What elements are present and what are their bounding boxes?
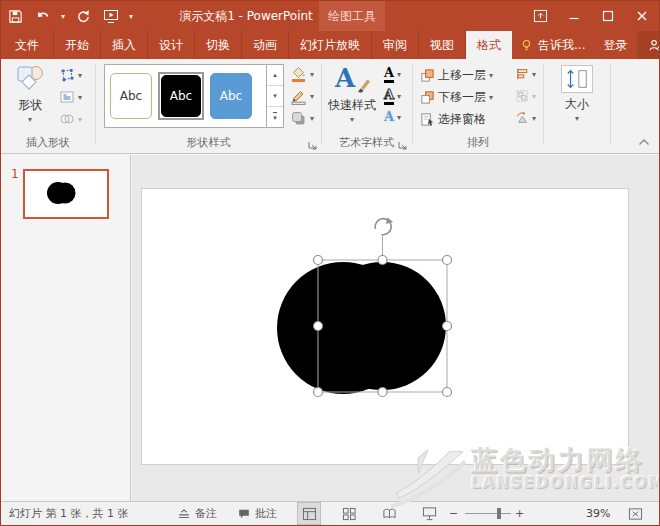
- rotate-objects-icon: [515, 111, 529, 125]
- slide-sorter-view-button[interactable]: [337, 502, 361, 525]
- text-box-button[interactable]: ▾: [59, 89, 82, 105]
- resize-handle-middle-right[interactable]: [443, 322, 452, 331]
- maximize-button[interactable]: [591, 1, 625, 31]
- resize-handle-top-right[interactable]: [443, 256, 452, 265]
- group-shape-styles: Abc Abc Abc ▴ ▾ ▾ ▾ ▾ ▾: [96, 59, 321, 154]
- resize-handle-top-middle[interactable]: [378, 256, 387, 265]
- zoom-level[interactable]: 39%: [586, 502, 660, 525]
- text-fill-button[interactable]: A ▾: [384, 66, 401, 83]
- shape-outline-dropdown: ▾: [310, 92, 314, 101]
- zoom-slider-track[interactable]: [465, 513, 511, 514]
- shape-style-option-2-selected[interactable]: Abc: [158, 72, 204, 120]
- slide-canvas[interactable]: [141, 188, 629, 465]
- resize-handle-bottom-middle[interactable]: [378, 388, 387, 397]
- tell-me-button[interactable]: 告诉我...: [512, 31, 593, 59]
- customize-qat-dropdown[interactable]: ▾: [129, 12, 133, 21]
- text-box-icon: [59, 89, 75, 105]
- align-objects-button[interactable]: ▾: [515, 67, 536, 81]
- minimize-button[interactable]: [557, 1, 591, 31]
- text-outline-icon: A: [384, 88, 394, 105]
- resize-handle-middle-left[interactable]: [314, 322, 323, 331]
- shape-style-option-3[interactable]: Abc: [210, 73, 252, 119]
- resize-handle-bottom-left[interactable]: [314, 388, 323, 397]
- window-controls: [523, 1, 659, 31]
- tab-insert[interactable]: 插入: [101, 31, 148, 59]
- shapes-label: 形状: [18, 97, 42, 114]
- tab-animations[interactable]: 动画: [242, 31, 289, 59]
- collapse-ribbon-icon: [638, 138, 650, 146]
- size-button[interactable]: 大小 ▾: [552, 65, 602, 123]
- thumbnail-shape-preview: [25, 171, 107, 217]
- shape-styles-dialog-launcher[interactable]: [307, 140, 318, 151]
- minimize-icon: [568, 10, 580, 22]
- text-outline-button[interactable]: A ▾: [384, 88, 401, 105]
- group-objects-dropdown: ▾: [532, 92, 536, 101]
- normal-view-icon: [302, 507, 317, 521]
- group-objects-button[interactable]: ▾: [515, 89, 536, 103]
- shapes-gallery-button[interactable]: 形状 ▾: [7, 64, 53, 124]
- tab-review[interactable]: 审阅: [372, 31, 419, 59]
- undo-button[interactable]: [34, 8, 51, 25]
- powerpoint-window: ▾ ▾ 演示文稿1 - PowerPoint 绘图工具: [0, 0, 660, 526]
- redo-icon: [76, 9, 91, 24]
- reading-view-button[interactable]: [377, 502, 401, 525]
- bring-forward-button[interactable]: 上移一层 ▾: [420, 67, 493, 84]
- wordart-dialog-launcher[interactable]: [397, 140, 408, 151]
- quick-styles-button[interactable]: A 快速样式 ▾: [323, 64, 381, 124]
- resize-handle-top-left[interactable]: [314, 256, 323, 265]
- dialog-launcher-icon: [398, 141, 407, 150]
- group-size: 大小 ▾: [544, 59, 610, 154]
- tab-transitions[interactable]: 切换: [195, 31, 242, 59]
- shape-effects-button[interactable]: ▾: [290, 110, 314, 127]
- rotation-handle[interactable]: [375, 218, 393, 235]
- zoom-out-button[interactable]: −: [449, 502, 458, 525]
- redo-button[interactable]: [75, 8, 92, 25]
- group-label-shape-styles: 形状样式: [96, 135, 321, 150]
- share-button[interactable]: 共享: [637, 31, 660, 59]
- tab-home[interactable]: 开始: [54, 31, 101, 59]
- slideshow-view-icon: [422, 506, 437, 521]
- tab-design[interactable]: 设计: [148, 31, 195, 59]
- text-effects-icon: A: [384, 110, 394, 124]
- ribbon-display-options-button[interactable]: [523, 1, 557, 31]
- brush-icon: [353, 76, 371, 94]
- shape-effects-icon: [290, 110, 307, 127]
- close-button[interactable]: [625, 1, 659, 31]
- notes-button[interactable]: 备注: [177, 502, 217, 525]
- zoom-slider-thumb[interactable]: [497, 508, 501, 519]
- tab-format-active[interactable]: 格式: [466, 31, 512, 59]
- rotate-objects-button[interactable]: ▾: [515, 111, 536, 125]
- shape-outline-button[interactable]: ▾: [290, 88, 314, 105]
- resize-handle-bottom-right[interactable]: [443, 388, 452, 397]
- sign-in-button[interactable]: 登录: [593, 31, 637, 59]
- edit-shape-button[interactable]: ▾: [59, 67, 82, 83]
- drawing-tools-header: 绘图工具: [319, 1, 385, 31]
- tab-view[interactable]: 视图: [419, 31, 466, 59]
- shape-effects-dropdown: ▾: [310, 114, 314, 123]
- collapse-ribbon-button[interactable]: [637, 137, 651, 147]
- slideshow-view-button[interactable]: [417, 502, 441, 525]
- send-backward-icon: [420, 90, 435, 105]
- merge-shapes-button[interactable]: ▾: [59, 111, 82, 127]
- comments-button[interactable]: 批注: [237, 502, 277, 525]
- black-merged-shape[interactable]: [277, 262, 446, 394]
- gallery-scroll-down-button[interactable]: ▾: [267, 86, 283, 107]
- gallery-scrollbar: ▴ ▾ ▾: [266, 65, 283, 127]
- normal-view-button[interactable]: [297, 502, 321, 525]
- undo-dropdown[interactable]: ▾: [61, 12, 65, 21]
- tab-file[interactable]: 文件: [1, 31, 54, 59]
- shape-style-option-1[interactable]: Abc: [110, 73, 152, 119]
- selection-pane-button[interactable]: 选择窗格: [420, 111, 486, 128]
- save-button[interactable]: [7, 8, 24, 25]
- quick-access-toolbar: ▾ ▾: [7, 1, 133, 31]
- status-bar: 幻灯片 第 1 张，共 1 张 备注 批注 − + 39%: [1, 501, 659, 525]
- start-slideshow-button[interactable]: [102, 8, 119, 25]
- gallery-more-button[interactable]: ▾: [267, 107, 283, 127]
- tab-slideshow[interactable]: 幻灯片放映: [289, 31, 372, 59]
- zoom-in-button[interactable]: +: [515, 502, 524, 525]
- slide-thumbnail-1[interactable]: [23, 169, 109, 219]
- send-backward-button[interactable]: 下移一层 ▾: [420, 89, 493, 106]
- gallery-scroll-up-button[interactable]: ▴: [267, 65, 283, 86]
- shape-fill-button[interactable]: ▾: [290, 66, 314, 83]
- text-effects-button[interactable]: A ▾: [384, 110, 401, 124]
